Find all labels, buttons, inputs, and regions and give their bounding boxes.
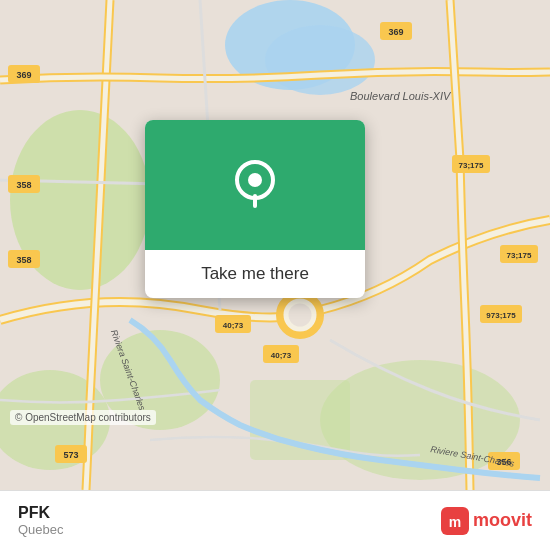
popup-card[interactable]: Take me there bbox=[145, 120, 365, 298]
popup-green-area bbox=[145, 120, 365, 250]
svg-text:573: 573 bbox=[63, 450, 78, 460]
svg-point-9 bbox=[286, 301, 314, 329]
bottom-info: PFK Quebec bbox=[18, 504, 64, 537]
location-pin-icon bbox=[228, 158, 282, 212]
svg-text:973;175: 973;175 bbox=[486, 311, 516, 320]
place-subtitle: Quebec bbox=[18, 522, 64, 537]
moovit-brand-icon: m bbox=[441, 507, 469, 535]
svg-text:369: 369 bbox=[16, 70, 31, 80]
svg-point-40 bbox=[248, 173, 262, 187]
moovit-text: moovit bbox=[473, 510, 532, 531]
copyright-text: © OpenStreetMap contributors bbox=[10, 410, 156, 425]
map-container: 369 358 358 358;369 369 73;175 73;175 97… bbox=[0, 0, 550, 490]
svg-text:358: 358 bbox=[16, 255, 31, 265]
svg-text:40;73: 40;73 bbox=[271, 351, 292, 360]
moovit-logo: m moovit bbox=[441, 507, 532, 535]
svg-text:73;175: 73;175 bbox=[507, 251, 532, 260]
svg-point-7 bbox=[265, 25, 375, 95]
svg-text:m: m bbox=[449, 514, 461, 530]
svg-text:40;73: 40;73 bbox=[223, 321, 244, 330]
svg-text:Boulevard Louis-XIV: Boulevard Louis-XIV bbox=[350, 90, 452, 102]
svg-text:358: 358 bbox=[16, 180, 31, 190]
take-me-there-button[interactable]: Take me there bbox=[145, 250, 365, 298]
bottom-bar: PFK Quebec m moovit bbox=[0, 490, 550, 550]
svg-text:369: 369 bbox=[388, 27, 403, 37]
svg-text:73;175: 73;175 bbox=[459, 161, 484, 170]
place-title: PFK bbox=[18, 504, 64, 522]
